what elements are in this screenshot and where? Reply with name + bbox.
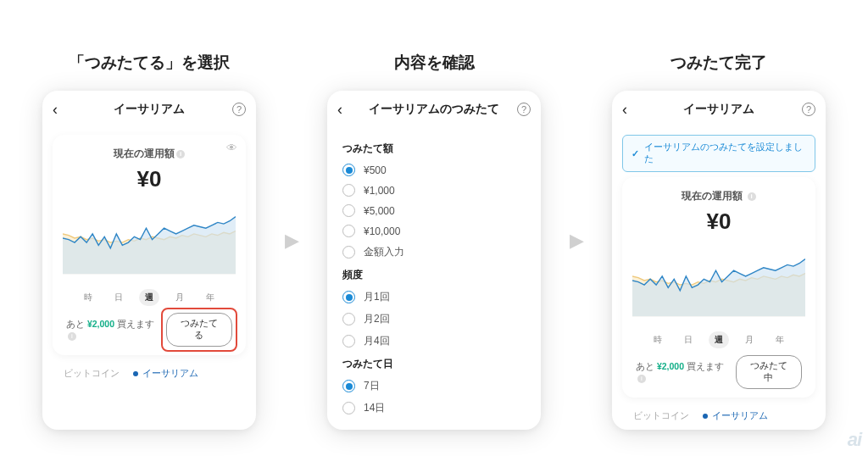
- screen-3: ‹ イーサリアム ? ✓ イーサリアムのつみたてを設定しました 現在の運用額 i…: [612, 91, 826, 430]
- freq-option[interactable]: 月2回: [342, 312, 526, 326]
- remaining-balance: あと ¥2,000 買えます i: [636, 361, 736, 383]
- price-chart: [632, 240, 805, 321]
- radio-label: 月1回: [364, 290, 390, 304]
- info-icon[interactable]: i: [748, 192, 756, 201]
- operating-amount-label: 現在の運用額i: [63, 147, 236, 161]
- operating-amount-value: ¥0: [63, 166, 236, 192]
- radio-icon[interactable]: [342, 402, 355, 414]
- time-month[interactable]: 月: [170, 289, 190, 306]
- screen-2-header: ‹ イーサリアムのつみたて ?: [327, 91, 541, 128]
- radio-label: 金額入力: [364, 245, 404, 259]
- step-2-title: 内容を確認: [394, 52, 475, 74]
- step-3-title: つみたて完了: [670, 52, 767, 74]
- freq-option[interactable]: 月4回: [342, 334, 526, 348]
- day-options: 7日14日: [342, 379, 526, 415]
- radio-icon[interactable]: [342, 164, 355, 176]
- back-icon[interactable]: ‹: [622, 101, 627, 119]
- radio-label: ¥10,000: [364, 225, 400, 237]
- asset-tabs: ビットコイン イーサリアム: [612, 401, 826, 422]
- asset-tabs: ビットコイン イーサリアム: [42, 359, 256, 380]
- toast-text: イーサリアムのつみたてを設定しました: [644, 142, 806, 165]
- time-year[interactable]: 年: [200, 289, 220, 306]
- arrow-icon: ▶: [570, 230, 584, 252]
- time-day[interactable]: 日: [678, 331, 698, 348]
- day-option[interactable]: 14日: [342, 401, 526, 415]
- back-icon[interactable]: ‹: [53, 101, 58, 119]
- time-range-row: 時 日 週 月 年: [63, 289, 236, 306]
- watermark: ai: [848, 429, 861, 451]
- tab-bitcoin[interactable]: ビットコイン: [54, 367, 120, 380]
- radio-label: ¥500: [364, 164, 387, 176]
- help-icon[interactable]: ?: [802, 103, 815, 116]
- visibility-icon[interactable]: 👁: [226, 142, 237, 154]
- tab-bitcoin[interactable]: ビットコイン: [624, 409, 689, 422]
- step-3-column: つみたて完了 ‹ イーサリアム ? ✓ イーサリアムのつみたてを設定しました 現…: [612, 52, 826, 430]
- screen-2-title: イーサリアムのつみたて: [369, 102, 499, 117]
- radio-label: ¥1,000: [364, 185, 395, 197]
- radio-icon[interactable]: [342, 291, 355, 303]
- help-icon[interactable]: ?: [232, 103, 246, 116]
- accumulate-button[interactable]: つみたてる: [166, 313, 232, 347]
- time-month[interactable]: 月: [739, 331, 760, 348]
- check-icon: ✓: [632, 148, 639, 158]
- group-amount-title: つみたて額: [342, 142, 526, 156]
- time-week[interactable]: 週: [139, 289, 159, 306]
- amount-option[interactable]: ¥500: [342, 164, 526, 176]
- info-icon[interactable]: i: [68, 332, 76, 341]
- amount-options: ¥500¥1,000¥5,000¥10,000金額入力: [342, 164, 526, 259]
- day-option[interactable]: 7日: [342, 379, 526, 393]
- screen-2: ‹ イーサリアムのつみたて ? つみたて額 ¥500¥1,000¥5,000¥1…: [327, 91, 541, 430]
- time-hour[interactable]: 時: [648, 331, 668, 348]
- radio-icon[interactable]: [342, 184, 355, 197]
- amount-option[interactable]: ¥5,000: [342, 204, 526, 217]
- back-icon[interactable]: ‹: [337, 101, 342, 119]
- time-year[interactable]: 年: [770, 331, 790, 348]
- step-2-column: 内容を確認 ‹ イーサリアムのつみたて ? つみたて額 ¥500¥1,000¥5…: [327, 52, 541, 430]
- accumulate-form: つみたて額 ¥500¥1,000¥5,000¥10,000金額入力 頻度 月1回…: [327, 128, 541, 430]
- freq-option[interactable]: 月1回: [342, 290, 526, 304]
- info-icon[interactable]: i: [637, 375, 646, 383]
- arrow-icon: ▶: [285, 230, 299, 252]
- group-day-title: つみたて日: [342, 357, 526, 371]
- radio-label: 月4回: [364, 334, 390, 348]
- radio-icon[interactable]: [342, 246, 355, 259]
- info-icon[interactable]: i: [176, 150, 185, 158]
- time-range-row: 時 日 週 月 年: [632, 331, 805, 348]
- freq-options: 月1回月2回月4回: [342, 290, 526, 348]
- operating-amount-value: ¥0: [632, 209, 805, 235]
- portfolio-card: 👁 現在の運用額i ¥0 時 日 週 月 年 あと ¥2,000 買えます i: [53, 135, 246, 355]
- step-1-column: 「つみたてる」を選択 ‹ イーサリアム ? 👁 現在の運用額i ¥0 時 日 週…: [42, 52, 256, 430]
- screen-1: ‹ イーサリアム ? 👁 現在の運用額i ¥0 時 日 週 月 年: [42, 91, 256, 430]
- radio-label: 14日: [364, 401, 385, 415]
- three-step-illustration: 「つみたてる」を選択 ‹ イーサリアム ? 👁 現在の運用額i ¥0 時 日 週…: [0, 0, 868, 456]
- radio-icon[interactable]: [342, 380, 355, 392]
- price-chart: [63, 197, 236, 279]
- success-toast: ✓ イーサリアムのつみたてを設定しました: [622, 135, 815, 172]
- time-day[interactable]: 日: [108, 289, 129, 306]
- screen-3-title: イーサリアム: [683, 102, 754, 117]
- tab-ethereum[interactable]: イーサリアム: [703, 409, 768, 422]
- accumulating-button[interactable]: つみたて中: [736, 355, 802, 389]
- portfolio-card: 現在の運用額 i ¥0 時 日 週 月 年 あと ¥2,000 買えます i つ…: [622, 177, 815, 398]
- radio-icon[interactable]: [342, 225, 355, 237]
- amount-option[interactable]: ¥10,000: [342, 225, 526, 237]
- radio-label: ¥5,000: [364, 205, 395, 217]
- screen-3-header: ‹ イーサリアム ?: [612, 91, 826, 128]
- amount-option[interactable]: ¥1,000: [342, 184, 526, 197]
- card-footer: あと ¥2,000 買えます i つみたてる: [63, 313, 236, 347]
- radio-icon[interactable]: [342, 313, 355, 325]
- help-icon[interactable]: ?: [517, 103, 531, 116]
- screen-1-title: イーサリアム: [114, 102, 185, 117]
- radio-icon[interactable]: [342, 335, 355, 348]
- amount-option[interactable]: 金額入力: [342, 245, 526, 259]
- tab-ethereum[interactable]: イーサリアム: [133, 367, 198, 380]
- radio-icon[interactable]: [342, 204, 355, 217]
- step-1-title: 「つみたてる」を選択: [69, 52, 230, 74]
- remaining-balance: あと ¥2,000 買えます i: [66, 319, 166, 341]
- radio-label: 月2回: [364, 312, 390, 326]
- radio-label: 7日: [364, 379, 380, 393]
- time-week[interactable]: 週: [709, 331, 729, 348]
- card-footer: あと ¥2,000 買えます i つみたて中: [632, 355, 805, 389]
- time-hour[interactable]: 時: [78, 289, 98, 306]
- group-freq-title: 頻度: [342, 268, 526, 282]
